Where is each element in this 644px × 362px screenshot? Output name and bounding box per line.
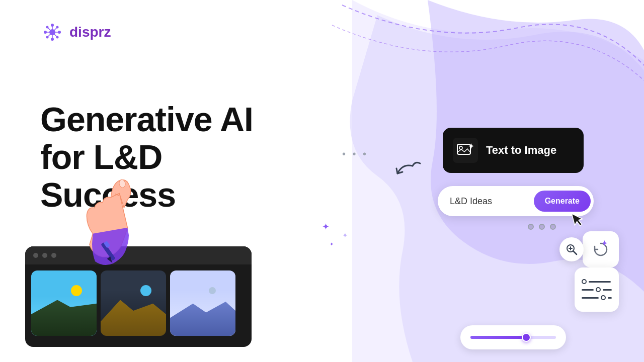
sparkle-2: ✦ (342, 231, 348, 239)
zoom-icon-card[interactable] (559, 237, 584, 261)
sun-decoration (71, 285, 82, 296)
text-to-image-label: Text to Image (486, 144, 556, 157)
logo-icon (40, 20, 64, 44)
settings-bar-3 (603, 289, 612, 291)
hand-illustration (53, 164, 159, 276)
headline-line2: for L&D (40, 138, 162, 176)
browser-top-dots (528, 224, 556, 230)
text-to-image-card: Text to Image (443, 128, 584, 173)
generate-input-text[interactable]: L&D Ideas (450, 196, 492, 207)
zoom-plus-icon (566, 243, 578, 255)
generated-image-1 (31, 270, 97, 336)
browser-dot-red (33, 253, 38, 258)
settings-line-3 (582, 295, 612, 300)
text-to-image-icon (453, 138, 478, 163)
settings-line-2 (582, 287, 612, 292)
svg-rect-17 (457, 144, 470, 154)
slider-fill (470, 336, 526, 339)
settings-circle-3 (601, 295, 606, 300)
settings-bar-2 (582, 289, 594, 291)
generate-button[interactable]: Generate (534, 191, 591, 212)
browser-dot-yellow (42, 253, 47, 258)
settings-bar-1 (589, 281, 611, 283)
generated-image-3 (170, 270, 235, 336)
svg-point-18 (459, 146, 462, 149)
slider-card[interactable] (460, 325, 566, 349)
sun-light-decoration (209, 287, 216, 294)
generated-image-2 (101, 270, 166, 336)
settings-bar-5 (608, 297, 612, 299)
generate-row: L&D Ideas Generate (438, 186, 594, 216)
refresh-ai-icon (591, 239, 611, 259)
checkmark-svg (392, 156, 423, 186)
sparkle-3: ✦ (330, 241, 334, 247)
browser-dot-3 (550, 224, 556, 230)
checkmark-arrow (392, 156, 423, 188)
svg-line-20 (573, 251, 577, 254)
logo-text: disprz (69, 24, 111, 40)
pointing-hand-svg (53, 164, 158, 274)
sparkle-1: ✦ (322, 221, 330, 232)
settings-circle-2 (596, 287, 601, 292)
refresh-ai-card[interactable] (583, 231, 619, 267)
settings-bar-4 (582, 297, 599, 299)
settings-line-1 (582, 279, 612, 284)
settings-circle-1 (582, 279, 587, 284)
logo: disprz (40, 20, 111, 44)
moon-decoration (140, 285, 151, 296)
settings-card[interactable] (575, 267, 619, 312)
slider-track[interactable] (470, 336, 556, 339)
three-dots: • • • (342, 148, 368, 160)
settings-icon (580, 277, 614, 302)
slider-thumb[interactable] (522, 333, 531, 342)
browser-dot-2 (539, 224, 545, 230)
headline-line1: Generative AI (40, 100, 253, 138)
browser-dot-1 (528, 224, 534, 230)
browser-images-row (25, 264, 252, 342)
browser-dot-green (51, 253, 56, 258)
image-sparkle-icon (456, 141, 474, 159)
